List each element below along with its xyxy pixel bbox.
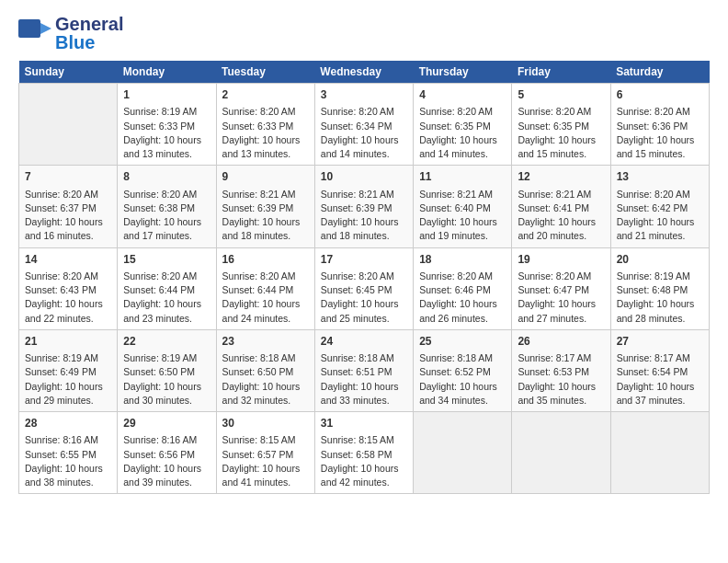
day-info: Sunrise: 8:21 AMSunset: 6:39 PMDaylight:… — [222, 188, 309, 244]
day-info: Sunrise: 8:20 AMSunset: 6:37 PMDaylight:… — [25, 188, 111, 244]
day-number: 21 — [25, 334, 111, 350]
calendar-cell: 7Sunrise: 8:20 AMSunset: 6:37 PMDaylight… — [19, 166, 118, 247]
page-container: GeneralBlue SundayMondayTuesdayWednesday… — [0, 0, 728, 503]
calendar-cell: 9Sunrise: 8:21 AMSunset: 6:39 PMDaylight… — [216, 166, 314, 247]
week-row-5: 28Sunrise: 8:16 AMSunset: 6:55 PMDayligh… — [19, 412, 710, 494]
day-number: 8 — [123, 169, 210, 185]
day-number: 4 — [419, 87, 506, 103]
day-info: Sunrise: 8:19 AMSunset: 6:33 PMDaylight:… — [123, 105, 210, 161]
calendar-header-row: SundayMondayTuesdayWednesdayThursdayFrid… — [19, 61, 710, 84]
calendar-cell: 6Sunrise: 8:20 AMSunset: 6:36 PMDaylight… — [610, 84, 709, 166]
calendar-cell: 26Sunrise: 8:17 AMSunset: 6:53 PMDayligh… — [512, 329, 610, 411]
day-info: Sunrise: 8:20 AMSunset: 6:43 PMDaylight:… — [25, 270, 111, 326]
column-header-sunday: Sunday — [19, 61, 118, 84]
day-info: Sunrise: 8:21 AMSunset: 6:41 PMDaylight:… — [518, 188, 604, 244]
calendar-cell: 13Sunrise: 8:20 AMSunset: 6:42 PMDayligh… — [610, 166, 709, 247]
column-header-saturday: Saturday — [610, 61, 709, 84]
day-info: Sunrise: 8:20 AMSunset: 6:38 PMDaylight:… — [123, 188, 210, 244]
calendar-cell: 12Sunrise: 8:21 AMSunset: 6:41 PMDayligh… — [512, 166, 610, 247]
calendar-cell: 8Sunrise: 8:20 AMSunset: 6:38 PMDaylight… — [118, 166, 216, 247]
day-info: Sunrise: 8:19 AMSunset: 6:50 PMDaylight:… — [123, 351, 210, 408]
day-info: Sunrise: 8:20 AMSunset: 6:34 PMDaylight:… — [321, 105, 407, 161]
calendar-cell: 29Sunrise: 8:16 AMSunset: 6:56 PMDayligh… — [118, 412, 216, 494]
calendar-cell: 15Sunrise: 8:20 AMSunset: 6:44 PMDayligh… — [118, 247, 216, 329]
day-info: Sunrise: 8:20 AMSunset: 6:36 PMDaylight:… — [617, 105, 703, 161]
calendar-cell: 3Sunrise: 8:20 AMSunset: 6:34 PMDaylight… — [314, 84, 413, 166]
day-number: 6 — [617, 87, 703, 103]
calendar-cell: 28Sunrise: 8:16 AMSunset: 6:55 PMDayligh… — [19, 412, 118, 494]
week-row-4: 21Sunrise: 8:19 AMSunset: 6:49 PMDayligh… — [19, 329, 710, 411]
logo-icon — [18, 19, 51, 47]
day-number: 7 — [25, 169, 111, 185]
day-number: 29 — [123, 416, 210, 431]
day-number: 28 — [25, 416, 111, 431]
day-info: Sunrise: 8:20 AMSunset: 6:42 PMDaylight:… — [617, 188, 703, 244]
day-info: Sunrise: 8:20 AMSunset: 6:44 PMDaylight:… — [123, 270, 210, 326]
svg-marker-1 — [40, 23, 51, 34]
day-number: 22 — [123, 334, 210, 350]
calendar-cell — [512, 412, 610, 494]
day-number: 12 — [518, 169, 604, 185]
calendar-cell: 25Sunrise: 8:18 AMSunset: 6:52 PMDayligh… — [414, 329, 512, 411]
calendar-cell: 1Sunrise: 8:19 AMSunset: 6:33 PMDaylight… — [118, 84, 216, 166]
day-info: Sunrise: 8:17 AMSunset: 6:53 PMDaylight:… — [518, 351, 604, 408]
day-info: Sunrise: 8:20 AMSunset: 6:46 PMDaylight:… — [419, 270, 506, 326]
day-info: Sunrise: 8:20 AMSunset: 6:44 PMDaylight:… — [222, 270, 309, 326]
day-number: 30 — [222, 416, 309, 431]
calendar-cell: 30Sunrise: 8:15 AMSunset: 6:57 PMDayligh… — [216, 412, 314, 494]
day-number: 13 — [617, 169, 703, 185]
header: GeneralBlue — [18, 15, 710, 52]
calendar-cell: 22Sunrise: 8:19 AMSunset: 6:50 PMDayligh… — [118, 329, 216, 411]
week-row-1: 1Sunrise: 8:19 AMSunset: 6:33 PMDaylight… — [19, 84, 710, 166]
calendar-cell: 23Sunrise: 8:18 AMSunset: 6:50 PMDayligh… — [216, 329, 314, 411]
day-number: 24 — [321, 334, 407, 350]
calendar-cell: 2Sunrise: 8:20 AMSunset: 6:33 PMDaylight… — [216, 84, 314, 166]
calendar-cell: 27Sunrise: 8:17 AMSunset: 6:54 PMDayligh… — [610, 329, 709, 411]
column-header-friday: Friday — [512, 61, 610, 84]
day-number: 3 — [321, 87, 407, 103]
day-number: 23 — [222, 334, 309, 350]
calendar-cell — [610, 412, 709, 494]
calendar-cell: 18Sunrise: 8:20 AMSunset: 6:46 PMDayligh… — [414, 247, 512, 329]
day-number: 19 — [518, 252, 604, 268]
calendar-cell: 20Sunrise: 8:19 AMSunset: 6:48 PMDayligh… — [610, 247, 709, 329]
calendar-cell: 14Sunrise: 8:20 AMSunset: 6:43 PMDayligh… — [19, 247, 118, 329]
day-info: Sunrise: 8:20 AMSunset: 6:35 PMDaylight:… — [518, 105, 604, 161]
day-number: 18 — [419, 252, 506, 268]
day-info: Sunrise: 8:20 AMSunset: 6:35 PMDaylight:… — [419, 105, 506, 161]
day-info: Sunrise: 8:16 AMSunset: 6:56 PMDaylight:… — [123, 433, 210, 489]
day-info: Sunrise: 8:17 AMSunset: 6:54 PMDaylight:… — [617, 351, 703, 408]
day-number: 1 — [123, 87, 210, 103]
day-info: Sunrise: 8:16 AMSunset: 6:55 PMDaylight:… — [25, 433, 111, 489]
week-row-2: 7Sunrise: 8:20 AMSunset: 6:37 PMDaylight… — [19, 166, 710, 247]
day-number: 17 — [321, 252, 407, 268]
day-info: Sunrise: 8:15 AMSunset: 6:58 PMDaylight:… — [321, 433, 407, 489]
day-info: Sunrise: 8:20 AMSunset: 6:33 PMDaylight:… — [222, 105, 309, 161]
week-row-3: 14Sunrise: 8:20 AMSunset: 6:43 PMDayligh… — [19, 247, 710, 329]
day-info: Sunrise: 8:21 AMSunset: 6:39 PMDaylight:… — [321, 188, 407, 244]
calendar-cell — [19, 84, 118, 166]
column-header-thursday: Thursday — [414, 61, 512, 84]
calendar-cell: 19Sunrise: 8:20 AMSunset: 6:47 PMDayligh… — [512, 247, 610, 329]
day-number: 27 — [617, 334, 703, 350]
day-info: Sunrise: 8:20 AMSunset: 6:45 PMDaylight:… — [321, 270, 407, 326]
day-number: 14 — [25, 252, 111, 268]
calendar-cell: 10Sunrise: 8:21 AMSunset: 6:39 PMDayligh… — [314, 166, 413, 247]
calendar-cell: 31Sunrise: 8:15 AMSunset: 6:58 PMDayligh… — [314, 412, 413, 494]
logo: GeneralBlue — [18, 15, 123, 52]
svg-rect-0 — [18, 19, 40, 38]
day-number: 5 — [518, 87, 604, 103]
day-number: 26 — [518, 334, 604, 350]
day-number: 16 — [222, 252, 309, 268]
logo-text: GeneralBlue — [55, 15, 123, 52]
day-info: Sunrise: 8:19 AMSunset: 6:49 PMDaylight:… — [25, 351, 111, 408]
calendar-cell: 24Sunrise: 8:18 AMSunset: 6:51 PMDayligh… — [314, 329, 413, 411]
column-header-monday: Monday — [118, 61, 216, 84]
calendar-cell: 21Sunrise: 8:19 AMSunset: 6:49 PMDayligh… — [19, 329, 118, 411]
calendar-cell: 5Sunrise: 8:20 AMSunset: 6:35 PMDaylight… — [512, 84, 610, 166]
day-info: Sunrise: 8:19 AMSunset: 6:48 PMDaylight:… — [617, 270, 703, 326]
calendar-cell: 16Sunrise: 8:20 AMSunset: 6:44 PMDayligh… — [216, 247, 314, 329]
column-header-tuesday: Tuesday — [216, 61, 314, 84]
calendar-table: SundayMondayTuesdayWednesdayThursdayFrid… — [18, 61, 710, 494]
day-number: 20 — [617, 252, 703, 268]
